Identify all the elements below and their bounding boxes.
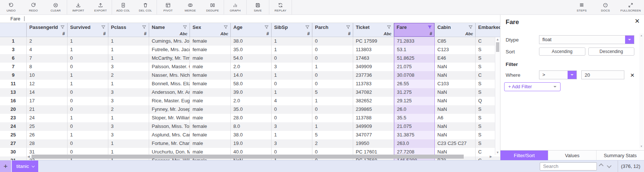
chevron-down-icon[interactable] [625,36,634,44]
cell[interactable]: NaN [435,105,476,114]
filter-operator-select[interactable]: > [539,70,577,79]
cell[interactable]: 1 [108,46,149,54]
cell[interactable]: 0 [68,122,108,131]
cell[interactable]: 19.0 [231,139,272,148]
cell[interactable]: NaN [435,63,476,71]
cell[interactable]: 1 [272,46,312,54]
clear-button[interactable]: CLEAR [45,0,67,14]
cell[interactable]: Andersson, Mr. Anders Johan [149,88,190,97]
cell[interactable]: Palsson, Master. Gosta Leonard [149,63,190,71]
row-index[interactable]: 13 [0,88,27,97]
search-input[interactable] [540,162,597,171]
cell[interactable]: 0 [272,54,312,63]
cell[interactable]: 239865 [353,105,394,114]
row-index[interactable]: 3 [0,46,27,54]
row-index[interactable]: 16 [0,97,27,105]
cell[interactable]: male [190,114,231,122]
cell[interactable]: 263.0 [394,139,435,148]
sort-descending-button[interactable]: Descending [588,47,635,56]
cell[interactable]: 4 [27,46,68,54]
horizontal-scrollbar[interactable]: ◀ ▶ [0,155,500,159]
vertical-scroll-thumb[interactable] [496,42,499,52]
cell[interactable]: C23 C25 C27 [435,139,476,148]
cell[interactable]: 71.2833 [394,37,435,46]
cell[interactable]: female [190,37,231,46]
horizontal-scroll-thumb[interactable] [32,155,464,159]
cell[interactable]: 7 [27,54,68,63]
cell[interactable]: 53.1 [394,46,435,54]
cell[interactable]: 21 [27,105,68,114]
cell[interactable]: 2 [312,139,353,148]
cell[interactable]: 2 [108,105,149,114]
row-index[interactable]: 6 [0,54,27,63]
cell[interactable]: A6 [435,114,476,122]
cell[interactable]: 113803 [353,46,394,54]
cell[interactable]: male [190,97,231,105]
add-sheet-button[interactable]: + [0,161,11,172]
cell[interactable]: 21.075 [394,122,435,131]
cell[interactable]: 347077 [353,131,394,139]
cell[interactable]: 0 [68,139,108,148]
cell[interactable]: 0 [312,105,353,114]
cell[interactable]: male [190,88,231,97]
cell[interactable]: C123 [435,46,476,54]
cell[interactable]: 3 [108,122,149,131]
cell[interactable]: 1 [312,97,353,105]
cell[interactable]: Bonnell, Miss. Elizabeth [149,80,190,88]
cell[interactable]: 2 [108,71,149,80]
cell[interactable]: 5 [312,131,353,139]
chevron-down-icon[interactable] [568,71,576,79]
search-next-icon[interactable] [607,163,612,168]
cell[interactable]: 3 [272,63,312,71]
filter-funnel-icon[interactable] [387,25,391,30]
cell[interactable]: 1 [68,71,108,80]
docs-button[interactable]: ? DOCS [594,0,617,14]
formula-bar[interactable]: Fare [0,15,500,23]
cell[interactable]: 1 [108,54,149,63]
cell[interactable]: Palsson, Miss. Torborg Danira [149,122,190,131]
filter-funnel-icon[interactable] [183,25,187,30]
cell[interactable]: 28.0 [231,114,272,122]
cell[interactable]: female [190,71,231,80]
cell[interactable]: 347082 [353,88,394,97]
redo-button[interactable]: REDO [22,0,45,14]
cell[interactable]: Futrelle, Mrs. Jacques Heath (Lily May P… [149,46,190,54]
cell[interactable]: 12 [27,80,68,88]
dedupe-button[interactable]: DEDUPE [201,0,224,14]
cell[interactable]: 1 [312,63,353,71]
row-index[interactable]: 27 [0,139,27,148]
column-header[interactable]: Fare # [394,23,435,37]
scroll-up-icon[interactable]: ▲ [639,34,644,37]
close-icon[interactable]: × [635,17,640,25]
cell[interactable]: 0 [68,54,108,63]
cell[interactable]: NaN [435,131,476,139]
remove-filter-icon[interactable]: × [630,72,634,79]
filter-funnel-icon[interactable] [427,25,432,30]
cell[interactable]: 237736 [353,71,394,80]
row-index[interactable]: 24 [0,122,27,131]
row-index[interactable]: 1 [0,37,27,46]
cell[interactable]: female [190,46,231,54]
column-header[interactable]: Embarked Abc [476,23,500,37]
cell[interactable]: male [190,105,231,114]
cell[interactable]: 14 [27,88,68,97]
cell[interactable]: 39.0 [231,88,272,97]
scroll-down-icon[interactable]: ▼ [639,145,644,148]
column-header[interactable]: Ticket Abc [353,23,394,37]
row-index[interactable]: 23 [0,114,27,122]
replay-button[interactable]: REPLAY [269,0,292,14]
cell[interactable]: 3 [108,63,149,71]
cell[interactable]: male [190,54,231,63]
cell[interactable]: 349909 [353,122,394,131]
column-header[interactable]: SibSp # [272,23,312,37]
cell[interactable]: 26.55 [394,80,435,88]
save-button[interactable]: SAVE [247,0,269,14]
cell[interactable]: 0 [68,97,108,105]
cell[interactable]: E46 [435,54,476,63]
cell[interactable]: NaN [435,71,476,80]
column-header[interactable]: Survived # [68,23,108,37]
filter-funnel-icon[interactable] [346,25,351,30]
column-header[interactable]: PassengerId # [27,23,68,37]
cell[interactable]: 21.075 [394,63,435,71]
cell[interactable]: 5 [312,88,353,97]
